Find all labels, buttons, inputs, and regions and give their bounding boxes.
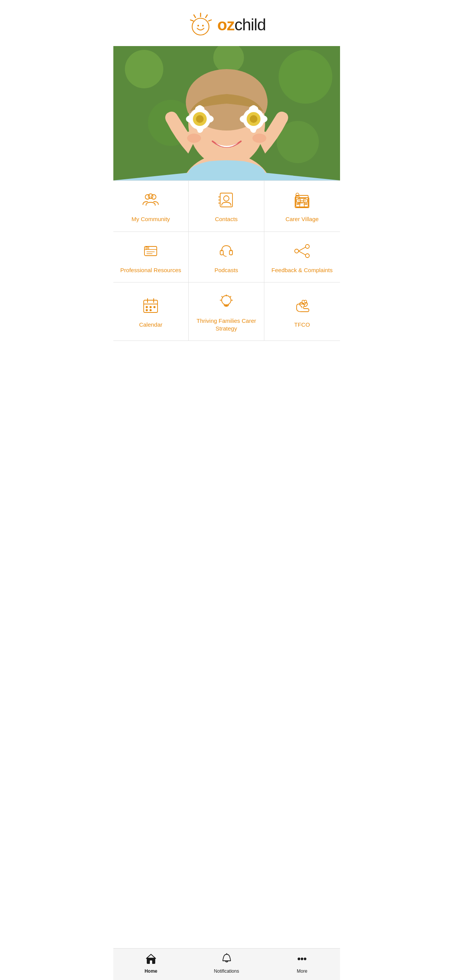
svg-line-73 <box>299 247 305 251</box>
menu-item-tfco[interactable]: TFCO <box>264 283 340 341</box>
svg-point-34 <box>250 115 257 123</box>
svg-point-38 <box>151 195 156 199</box>
svg-point-84 <box>222 296 231 305</box>
nav-item-notifications[interactable]: Notifications <box>189 952 264 975</box>
svg-point-36 <box>252 134 266 143</box>
menu-item-feedback-label: Feedback & Complaints <box>272 266 333 274</box>
menu-grid: My Community Contacts <box>113 180 340 341</box>
logo-icon <box>187 12 214 38</box>
svg-point-93 <box>301 958 303 960</box>
app-header: ozchild <box>113 0 340 46</box>
home-icon <box>145 953 157 967</box>
svg-point-94 <box>304 958 306 960</box>
logo-child-text: child <box>234 16 265 34</box>
professional-resources-icon <box>142 243 159 262</box>
svg-point-39 <box>148 194 153 198</box>
menu-item-tfco-label: TFCO <box>294 321 310 329</box>
menu-item-my-community[interactable]: My Community <box>113 181 189 232</box>
svg-line-87 <box>230 296 231 297</box>
svg-rect-57 <box>296 195 308 207</box>
menu-item-thriving-families[interactable]: Thriving Families Carer Strategy <box>189 283 264 341</box>
svg-point-7 <box>202 25 204 26</box>
logo-oz-text: oz <box>217 16 234 34</box>
svg-point-41 <box>224 196 229 201</box>
svg-rect-62 <box>144 246 157 256</box>
menu-item-carer-village-label: Carer Village <box>285 215 319 223</box>
community-icon <box>142 192 159 211</box>
svg-line-1 <box>206 15 207 18</box>
menu-item-calendar-label: Calendar <box>139 321 163 329</box>
feedback-icon <box>294 243 310 262</box>
contacts-icon <box>218 192 235 211</box>
svg-point-80 <box>150 306 151 308</box>
hero-banner <box>113 46 340 180</box>
menu-item-my-community-label: My Community <box>131 215 170 223</box>
bottom-navigation: Home Notifications More <box>113 948 340 980</box>
svg-line-88 <box>222 296 222 297</box>
svg-point-82 <box>146 309 148 311</box>
svg-point-5 <box>192 18 209 35</box>
nav-item-home[interactable]: Home <box>113 952 189 975</box>
logo: ozchild <box>187 12 265 38</box>
menu-item-professional-resources[interactable]: Professional Resources <box>113 232 189 283</box>
hero-illustration <box>113 46 340 180</box>
svg-point-35 <box>187 134 201 143</box>
svg-point-83 <box>150 309 151 311</box>
menu-item-contacts[interactable]: Contacts <box>189 181 264 232</box>
svg-line-4 <box>194 15 196 18</box>
svg-point-72 <box>295 249 299 253</box>
svg-point-92 <box>298 958 300 960</box>
tfco-icon <box>294 297 310 316</box>
menu-item-thriving-families-label: Thriving Families Carer Strategy <box>192 317 260 332</box>
nav-item-home-label: Home <box>144 968 157 974</box>
svg-line-3 <box>191 20 193 21</box>
svg-point-81 <box>154 306 155 308</box>
nav-item-more-label: More <box>297 968 307 974</box>
menu-item-podcasts[interactable]: Podcasts <box>189 232 264 283</box>
menu-item-professional-resources-label: Professional Resources <box>120 266 181 274</box>
svg-point-9 <box>125 50 163 88</box>
svg-point-70 <box>305 245 309 248</box>
menu-item-podcasts-label: Podcasts <box>214 266 238 274</box>
menu-item-carer-village[interactable]: Carer Village <box>264 181 340 232</box>
menu-item-calendar[interactable]: Calendar <box>113 283 189 341</box>
logo-text: ozchild <box>217 16 265 34</box>
svg-line-2 <box>209 20 211 21</box>
svg-point-79 <box>146 306 148 308</box>
nav-item-more[interactable]: More <box>264 952 340 975</box>
menu-item-contacts-label: Contacts <box>215 215 237 223</box>
podcasts-icon <box>218 243 235 262</box>
nav-item-notifications-label: Notifications <box>214 968 239 974</box>
svg-point-10 <box>279 50 332 104</box>
menu-item-feedback-complaints[interactable]: Feedback & Complaints <box>264 232 340 283</box>
svg-point-6 <box>197 25 199 26</box>
svg-point-67 <box>146 247 148 249</box>
more-icon <box>296 953 308 967</box>
carer-village-icon <box>294 192 310 211</box>
calendar-icon <box>142 297 159 316</box>
svg-point-25 <box>196 115 204 123</box>
svg-point-37 <box>145 195 150 199</box>
thriving-families-icon <box>218 293 235 312</box>
bell-icon <box>221 953 232 967</box>
svg-line-74 <box>299 251 305 255</box>
svg-point-71 <box>305 254 309 258</box>
